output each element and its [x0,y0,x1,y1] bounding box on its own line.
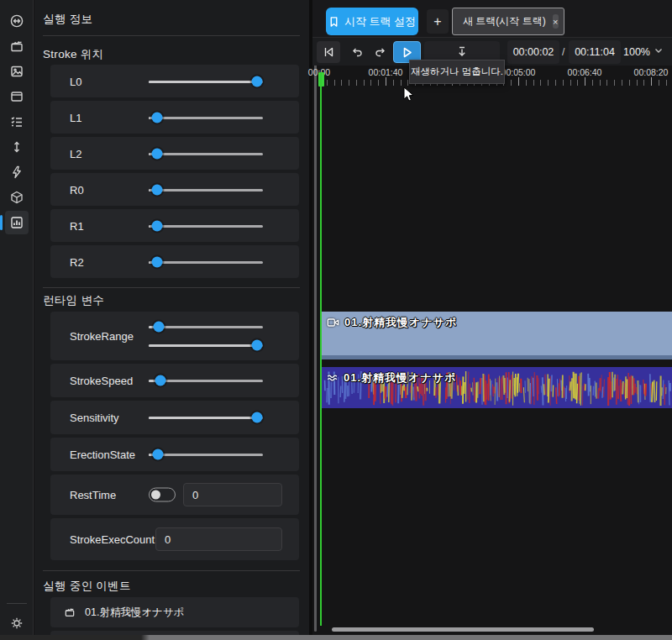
window-icon[interactable] [5,85,29,108]
event-list-item[interactable]: 01.射精我慢オナサポ [50,597,299,627]
slider-label: ErectionState [70,449,135,461]
l2-slider[interactable] [149,148,263,160]
clip-label: 01.射精我慢オナサポ [344,370,456,386]
stroke-section-title: Stroke 위치 [43,47,103,62]
ruler-label: 00:08:20 [634,67,669,77]
bar-chart-icon[interactable] [5,211,29,234]
start-track-settings-button[interactable]: 시작 트랙 설정 [326,8,418,35]
r1-slider[interactable] [149,220,263,232]
slider-row-stroke-speed: StrokeSpeed [50,364,299,397]
rest-time-toggle[interactable] [149,488,176,502]
slider-row-stroke-range: StrokeRange [50,312,299,360]
l1-slider[interactable] [149,112,263,123]
l0-slider[interactable] [149,76,263,87]
stroke-range-low-slider[interactable] [149,321,263,333]
slider-thumb[interactable] [252,340,263,351]
ruler-label: 00:01:40 [369,67,403,77]
icon-sidebar [0,0,34,640]
slider-fill [149,417,257,419]
video-track-clip[interactable]: 01.射精我慢オナサポ [322,312,672,359]
slider-row-r2: R2 [50,245,299,278]
vertical-arrows-icon[interactable] [5,135,29,159]
cube-icon[interactable] [5,186,29,209]
settings-gear-icon[interactable] [5,611,29,635]
skip-to-start-button[interactable] [317,41,340,63]
slider-row-r0: R0 [50,173,299,206]
r0-slider[interactable] [149,184,263,196]
track-tab-bar: 시작 트랙 설정 + 새 트랙(시작 트랙) × [312,0,672,38]
checklist-icon[interactable] [5,110,29,134]
stroke-exec-count-input[interactable]: 0 [155,527,282,551]
slider-thumb[interactable] [152,449,163,460]
slider-label: R0 [70,183,84,196]
slider-thumb[interactable] [252,76,263,87]
rest-time-row: RestTime 0 [50,475,299,515]
media-circle-icon[interactable] [5,9,29,33]
slider-thumb[interactable] [151,257,162,268]
r2-slider[interactable] [149,256,263,268]
slider-label: L2 [70,147,81,160]
image-icon[interactable] [5,60,29,83]
slider-thumb[interactable] [151,185,162,196]
tab-close-icon[interactable]: × [553,14,559,29]
sensitivity-slider[interactable] [149,412,263,423]
audio-track-clip[interactable]: 01.射精我慢オナサポ [322,367,672,408]
stroke-range-high-slider[interactable] [149,339,263,351]
play-tooltip: 재생하거나 멈춥니다. [409,60,505,84]
chevron-down-icon[interactable] [654,45,664,55]
stroke-exec-count-row: StrokeExecCount 0 [50,518,299,560]
vertical-scrollbar[interactable] [314,44,317,632]
mouse-cursor [402,87,415,103]
video-icon [327,317,339,328]
redo-button[interactable] [370,41,391,63]
slider-track [149,153,263,155]
slider-thumb[interactable] [252,412,263,423]
slider-row-l1: L1 [50,101,299,134]
clapperboard-icon [64,606,76,618]
slider-thumb[interactable] [151,221,162,232]
lightning-icon[interactable] [5,160,29,184]
slider-thumb[interactable] [151,149,162,160]
start-track-settings-label: 시작 트랙 설정 [344,14,416,29]
slider-row-erection-state: ErectionState [50,438,299,471]
slider-fill [149,81,257,83]
window-bottom-edge [0,635,672,640]
horizontal-scrollbar[interactable] [332,627,594,632]
ruler-label: 00:05:00 [501,67,536,77]
stroke-speed-slider[interactable] [149,375,263,386]
slider-label: Sensitivity [70,412,119,424]
slider-label: StrokeSpeed [70,375,133,387]
clapperboard-icon[interactable] [5,34,29,58]
zoom-level-value[interactable]: 100% [623,40,650,64]
rest-time-input[interactable]: 0 [183,483,282,506]
slider-fill [149,344,257,347]
audio-wave-icon [327,373,339,383]
slider-track [149,189,263,191]
playhead-line [320,72,322,626]
erection-state-slider[interactable] [149,449,263,460]
tab-new-track[interactable]: 새 트랙(시작 트랙) × [452,8,564,35]
new-tab-button[interactable]: + [427,9,449,34]
ruler-label: 00:06:40 [568,67,602,77]
stroke-exec-count-label: StrokeExecCount [70,533,155,546]
slider-track [149,225,263,228]
slider-thumb[interactable] [154,322,165,333]
slider-row-sensitivity: Sensitivity [50,401,299,434]
current-time-display[interactable]: 00:00:02 [507,40,559,64]
slider-thumb[interactable] [151,113,162,123]
divider [43,570,300,571]
slider-label: StrokeRange [70,330,134,343]
slider-label: R2 [70,255,84,268]
total-time-display: 00:11:04 [569,40,621,64]
event-item-label: 01.射精我慢オナサポ [85,606,185,620]
undo-button[interactable] [346,41,368,63]
slider-row-r1: R1 [50,209,299,242]
execution-info-panel: 실행 정보 Stroke 위치 L0 L1 L2 R0 [34,0,309,640]
slider-track [149,454,263,456]
slider-label: L1 [70,111,81,123]
runtime-section-title: 런타임 변수 [43,293,104,308]
slider-thumb[interactable] [155,375,165,386]
events-section-title: 실행 중인 이벤트 [43,579,131,594]
slider-track [149,326,263,328]
timeline-editor: 시작 트랙 설정 + 새 트랙(시작 트랙) × [312,0,672,640]
